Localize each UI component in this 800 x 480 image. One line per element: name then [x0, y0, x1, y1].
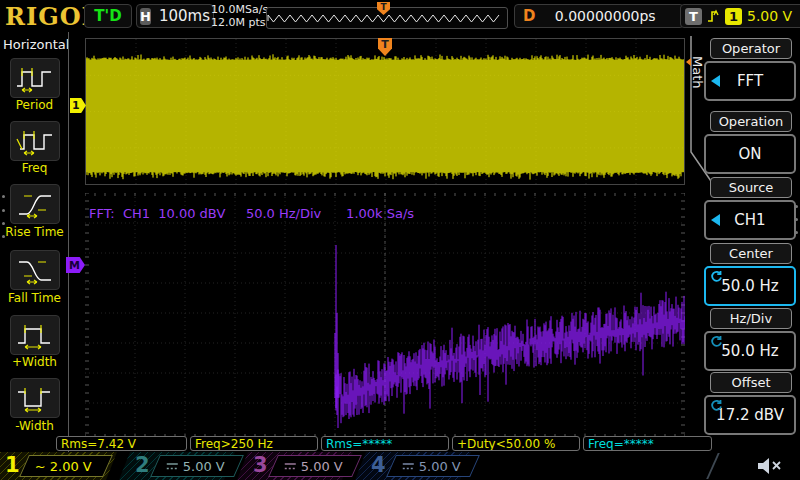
measure-menu-title: Horizontal — [3, 37, 69, 52]
ac-coupling-icon: ~ — [35, 459, 46, 474]
channel-3-status[interactable]: 3 5.00 V — [237, 452, 353, 480]
knob-icon — [710, 335, 723, 348]
trigger-label: T — [685, 8, 702, 25]
delay-label: D — [523, 7, 535, 25]
rising-edge-icon — [707, 8, 720, 24]
minus-width-icon — [14, 382, 56, 414]
channel-4-status[interactable]: 4 5.00 V — [355, 452, 471, 480]
channel-1-status[interactable]: 1 ~ 2.00 V — [0, 452, 117, 480]
memory-depth: 12.0M pts — [211, 16, 268, 29]
ch1-waveform — [86, 39, 684, 184]
trigger-settings-box: T 1 5.00 V — [680, 4, 800, 28]
knob-icon — [710, 399, 723, 412]
sample-rate: 10.0MSa/s — [211, 3, 268, 16]
menu-scroll-dot — [795, 231, 798, 234]
menu-item-operation[interactable]: Operation ON — [704, 111, 798, 174]
measure-label-rise-time: Rise Time — [0, 225, 69, 239]
measure-button-freq[interactable] — [10, 121, 60, 161]
math-tab[interactable]: Math — [690, 56, 705, 89]
math-reference-marker[interactable]: M — [66, 257, 85, 273]
measure-label-plus-width: +Width — [0, 355, 69, 369]
measure-button-plus-width[interactable] — [10, 315, 60, 355]
menu-scroll-dot — [795, 205, 798, 208]
fft-spectrum — [85, 193, 685, 437]
measure-button-minus-width[interactable] — [10, 378, 60, 418]
plus-width-icon — [14, 319, 56, 351]
measure-label-period: Period — [0, 98, 69, 112]
timebase-box: H 100ms — [136, 4, 214, 28]
measure-button-fall-time[interactable] — [10, 250, 60, 290]
left-menu-divider — [68, 32, 69, 452]
menu-scroll-dot — [2, 209, 5, 212]
channel-status-bar: 1 ~ 2.00 V 2 5.00 V 3 5.00 V 4 — [0, 452, 800, 480]
trigger-status-text: T'D — [94, 7, 121, 25]
dc-coupling-icon — [284, 462, 297, 471]
menu-item-offset[interactable]: Offset 17.2 dBV — [704, 372, 798, 435]
fft-window — [85, 193, 685, 437]
fall-time-icon — [14, 254, 56, 286]
timebase-value: 100ms — [159, 7, 210, 25]
menu-scroll-dot — [2, 235, 5, 238]
ch1-ground-marker[interactable]: 1 — [70, 98, 86, 113]
top-status-bar: RIGOL T'D H 100ms 10.0MSa/s 12.0M pts T … — [0, 0, 800, 32]
channel-2-status[interactable]: 2 5.00 V — [119, 452, 235, 480]
measurement-cell-2: Rms=***** — [321, 436, 449, 451]
menu-item-operator[interactable]: Operator FFT — [704, 38, 798, 101]
measure-menu: Horizontal Period Freq Rise Time — [0, 32, 69, 452]
measure-label-minus-width: -Width — [0, 419, 69, 433]
freq-icon — [14, 125, 56, 157]
speaker-muted-icon[interactable] — [756, 456, 786, 476]
trigger-status-badge: T'D — [84, 4, 132, 28]
expand-left-icon — [711, 214, 720, 226]
delay-value: 0.00000000ps — [555, 8, 656, 24]
delay-box: D 0.00000000ps — [514, 4, 684, 28]
knob-icon — [710, 270, 723, 283]
horizontal-badge: H — [140, 8, 151, 25]
measure-label-fall-time: Fall Time — [0, 291, 69, 305]
time-domain-window — [85, 38, 685, 185]
dc-coupling-icon — [166, 462, 179, 471]
menu-item-center[interactable]: Center 50.0 Hz — [704, 243, 798, 306]
math-menu: Math Operator FFT Operation ON Source CH… — [686, 32, 800, 452]
measurement-cell-1: Freq>250 Hz — [190, 436, 318, 451]
fft-settings-label: FFT: CH1 10.00 dBV 50.0 Hz/Div 1.00k Sa/… — [89, 206, 414, 221]
measurement-cell-3: +Duty<50.00 % — [452, 436, 580, 451]
menu-scroll-dot — [2, 195, 5, 198]
menu-item-hzdiv[interactable]: Hz/Div 50.0 Hz — [704, 308, 798, 371]
trigger-source-badge: 1 — [725, 8, 742, 25]
dc-coupling-icon — [402, 462, 415, 471]
measure-button-period[interactable] — [10, 58, 60, 98]
acquisition-rates: 10.0MSa/s 12.0M pts — [211, 3, 268, 29]
measure-label-freq: Freq — [0, 161, 69, 175]
trigger-level-value: 5.00 V — [747, 8, 792, 24]
period-icon — [14, 62, 56, 94]
measure-button-rise-time[interactable] — [10, 184, 60, 224]
rise-time-icon — [14, 188, 56, 220]
menu-item-source[interactable]: Source CH1 — [704, 177, 798, 240]
expand-left-icon — [711, 75, 720, 87]
menu-scroll-dot — [2, 222, 5, 225]
measurement-cell-0: Rms=7.42 V — [56, 436, 187, 451]
menu-scroll-dot — [795, 218, 798, 221]
